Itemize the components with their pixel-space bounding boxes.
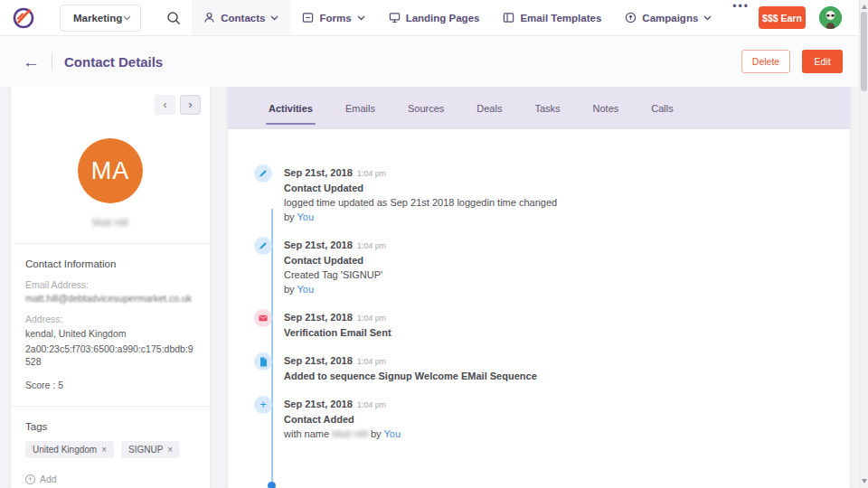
tag-chip[interactable]: United Kingdom × (25, 441, 114, 458)
tab-sources[interactable]: Sources (407, 99, 445, 117)
by-you-link[interactable]: You (383, 428, 401, 439)
nav-label: Campaigns (642, 13, 698, 23)
contact-name-inline: Matt Hill (332, 428, 368, 439)
activity-body: with name Matt Hill by You (284, 427, 401, 440)
add-tag-label: Add (40, 474, 57, 484)
header-divider (52, 53, 52, 70)
scroll-down-icon[interactable] (862, 479, 867, 483)
divider (11, 243, 210, 244)
tags-heading: Tags (25, 421, 195, 432)
page-scrollbar[interactable] (859, 0, 868, 488)
date-text: Sep 21st, 2018 (284, 355, 353, 366)
email-label: Email Address: (25, 279, 195, 290)
activity-title: Verification Email Sent (284, 326, 392, 339)
campaign-icon (625, 12, 637, 23)
tag-list: United Kingdom × SIGNUP × (25, 441, 195, 458)
chevron-down-icon (123, 15, 131, 21)
nav-label: Landing Pages (406, 13, 480, 23)
date-text: Sep 21st, 2018 (284, 167, 353, 178)
main-nav: Contacts Forms Landing Pages (192, 0, 759, 35)
search-button[interactable] (162, 11, 184, 25)
by-prefix: by (371, 428, 382, 439)
by-prefix: by (284, 211, 295, 222)
activity-title: Contact Updated (284, 254, 386, 267)
next-contact-button[interactable]: › (180, 95, 201, 115)
tag-label: United Kingdom (33, 445, 97, 455)
activity-time: 1:04 pm (357, 400, 387, 409)
nav-item-contacts[interactable]: Contacts (192, 0, 290, 35)
scrollbar-thumb[interactable] (861, 12, 867, 91)
app-logo-icon[interactable] (12, 6, 35, 30)
edit-button[interactable]: Edit (802, 50, 843, 73)
activity-content: Sep 21st, 20181:04 pm Added to sequence … (284, 354, 537, 382)
activity-timeline: Sep 21st, 20181:04 pm Contact Updated lo… (228, 129, 850, 440)
by-you-link[interactable]: You (297, 284, 314, 295)
date-text: Sep 21st, 2018 (284, 239, 353, 250)
nav-item-campaigns[interactable]: Campaigns (613, 0, 723, 35)
activity-body: logged time updated as Sep 21st 2018 log… (284, 196, 557, 209)
activity-title: Contact Added (284, 413, 401, 426)
timeline-item: + Sep 21st, 20181:04 pm Contact Added wi… (254, 398, 828, 440)
timeline-item: Sep 21st, 20181:04 pm Added to sequence … (254, 354, 828, 382)
body-prefix: with name (284, 428, 329, 439)
activity-date: Sep 21st, 20181:04 pm (284, 239, 386, 252)
search-icon (166, 11, 181, 25)
workspace-selector[interactable]: Marketing (60, 5, 141, 32)
contact-summary-panel: ‹ › MA Matt Hill Contact Information Ema… (11, 87, 210, 488)
nav-item-landing-pages[interactable]: Landing Pages (377, 0, 492, 35)
page-title: Contact Details (64, 54, 163, 70)
add-icon: + (254, 396, 272, 414)
activity-by: by You (284, 283, 386, 296)
tab-tasks[interactable]: Tasks (533, 99, 561, 117)
tags-section: Tags United Kingdom × SIGNUP × + Add (11, 421, 210, 484)
by-prefix: by (284, 284, 295, 295)
by-you-link[interactable]: You (297, 211, 314, 222)
remove-tag-icon[interactable]: × (167, 445, 173, 455)
user-avatar[interactable] (819, 6, 842, 29)
plus-circle-icon: + (25, 474, 35, 484)
contact-information-section: Contact Information Email Address: matt.… (11, 258, 210, 390)
page-header: ← Contact Details Delete Edit (0, 36, 859, 87)
previous-contact-button[interactable]: ‹ (155, 95, 175, 115)
add-tag-button[interactable]: + Add (25, 474, 195, 484)
chevron-down-icon (703, 15, 712, 21)
activity-content: Sep 21st, 20181:04 pm Verification Email… (284, 311, 392, 339)
address-line-2: 2a00:23c5:f703:6500:a990:c175:dbdb:9528 (25, 343, 195, 368)
tab-deals[interactable]: Deals (476, 99, 503, 117)
remove-tag-icon[interactable]: × (101, 445, 107, 455)
activity-title: Added to sequence Signup Welcome EMail S… (284, 370, 537, 382)
tab-activities[interactable]: Activities (268, 99, 314, 117)
activity-time: 1:04 pm (357, 241, 387, 250)
template-icon (503, 12, 514, 23)
scroll-up-icon[interactable] (862, 5, 867, 9)
nav-item-email-templates[interactable]: Email Templates (491, 0, 613, 35)
workspace-label: Marketing (73, 13, 122, 23)
divider (11, 406, 210, 407)
address-label: Address: (25, 314, 195, 324)
tab-notes[interactable]: Notes (592, 99, 620, 117)
earn-button[interactable]: $$$ Earn (759, 6, 806, 29)
contact-initials-avatar: MA (78, 138, 143, 203)
delete-button[interactable]: Delete (741, 50, 790, 73)
document-icon (254, 352, 272, 371)
activity-date: Sep 21st, 20181:04 pm (284, 166, 557, 180)
email-icon (254, 309, 272, 327)
activity-title: Contact Updated (284, 182, 557, 194)
score-value: Score : 5 (25, 380, 195, 390)
nav-item-forms[interactable]: Forms (290, 0, 376, 35)
tab-calls[interactable]: Calls (650, 99, 674, 117)
monitor-icon (389, 12, 401, 23)
tab-emails[interactable]: Emails (344, 99, 376, 117)
timeline-item: Sep 21st, 20181:04 pm Contact Updated Cr… (254, 239, 828, 296)
more-menu-icon[interactable]: ••• (723, 0, 759, 35)
nav-label: Email Templates (520, 13, 601, 23)
person-icon (203, 12, 215, 23)
contact-avatar-block: MA Matt Hill (11, 138, 210, 228)
back-arrow-icon[interactable]: ← (23, 53, 40, 70)
header-actions: Delete Edit (741, 50, 843, 73)
edit-icon (254, 237, 272, 255)
tag-chip[interactable]: SIGNUP × (121, 441, 180, 458)
activity-date: Sep 21st, 20181:04 pm (284, 398, 401, 411)
address-line-1: kendal, United Kingdom (25, 327, 195, 340)
activity-content: Sep 21st, 20181:04 pm Contact Updated Cr… (284, 239, 386, 296)
